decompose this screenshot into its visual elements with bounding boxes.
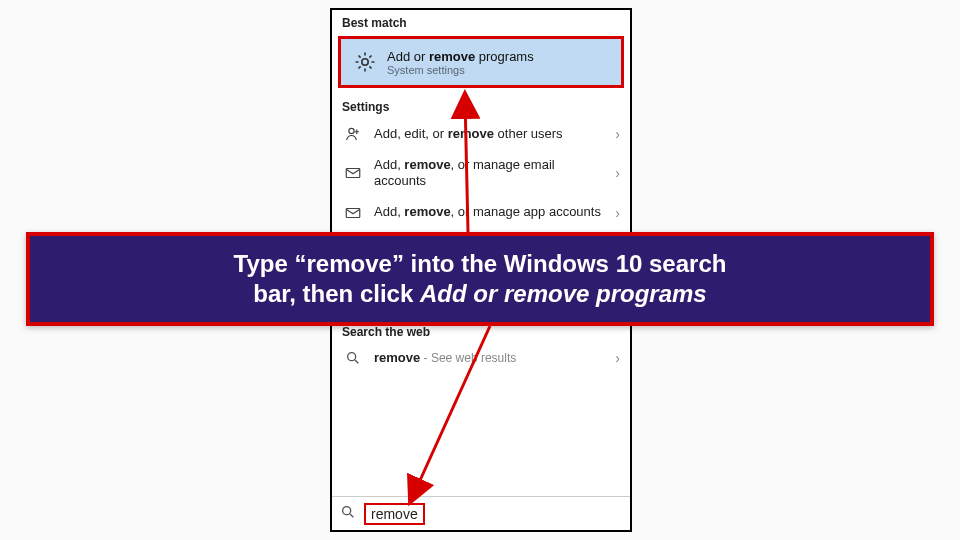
settings-item-label: Add, edit, or remove other users — [374, 126, 605, 142]
person-icon — [342, 125, 364, 143]
svg-rect-2 — [346, 169, 360, 178]
chevron-right-icon: › — [615, 205, 620, 221]
best-match-subtitle: System settings — [387, 64, 534, 76]
settings-header: Settings — [332, 94, 630, 118]
svg-point-5 — [343, 506, 351, 514]
svg-rect-3 — [346, 208, 360, 217]
settings-item-label: Add, remove, or manage app accounts — [374, 204, 605, 220]
best-match-header: Best match — [332, 10, 630, 34]
chevron-right-icon: › — [615, 165, 620, 181]
best-match-title: Add or remove programs — [387, 49, 534, 64]
search-input-value[interactable]: remove — [364, 503, 425, 525]
chevron-right-icon: › — [615, 126, 620, 142]
web-result-label: remove - See web results — [374, 350, 605, 366]
chevron-right-icon: › — [615, 350, 620, 366]
settings-item-email[interactable]: Add, remove, or manage email accounts › — [332, 150, 630, 197]
search-icon — [340, 504, 358, 524]
settings-item-appaccounts[interactable]: Add, remove, or manage app accounts › — [332, 197, 630, 229]
mail-icon — [342, 204, 364, 222]
svg-point-0 — [362, 59, 368, 65]
best-match-item[interactable]: Add or remove programs System settings — [338, 36, 624, 88]
svg-point-1 — [349, 128, 354, 133]
search-bar[interactable]: remove — [332, 496, 630, 530]
web-result-item[interactable]: remove - See web results › — [332, 343, 630, 373]
svg-point-4 — [348, 352, 356, 360]
gear-icon — [351, 50, 379, 74]
mail-icon — [342, 164, 364, 182]
instruction-banner: Type “remove” into the Windows 10 search… — [26, 232, 934, 326]
settings-item-users[interactable]: Add, edit, or remove other users › — [332, 118, 630, 150]
settings-item-label: Add, remove, or manage email accounts — [374, 157, 605, 190]
search-icon — [342, 350, 364, 366]
